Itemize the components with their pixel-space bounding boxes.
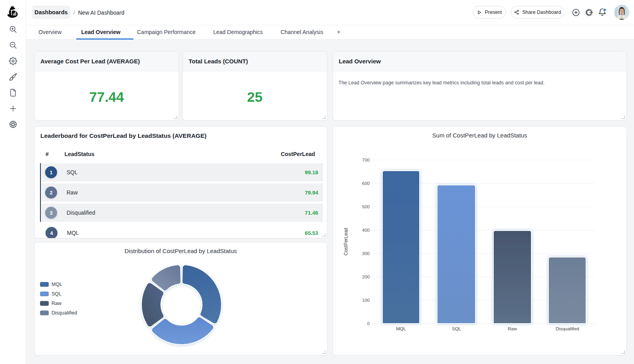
svg-text:0: 0 <box>367 321 370 326</box>
svg-text:600: 600 <box>362 181 370 186</box>
svg-text:700: 700 <box>362 158 370 162</box>
svg-text:Disqualified: Disqualified <box>556 326 579 331</box>
svg-text:SQL: SQL <box>452 326 461 331</box>
svg-text:400: 400 <box>362 228 370 233</box>
svg-text:100: 100 <box>362 298 370 303</box>
svg-text:300: 300 <box>362 251 370 256</box>
svg-text:MQL: MQL <box>396 326 407 331</box>
svg-text:Raw: Raw <box>508 326 517 331</box>
svg-text:CostPerLead: CostPerLead <box>343 228 349 255</box>
svg-text:200: 200 <box>362 274 370 279</box>
svg-text:500: 500 <box>362 204 370 209</box>
